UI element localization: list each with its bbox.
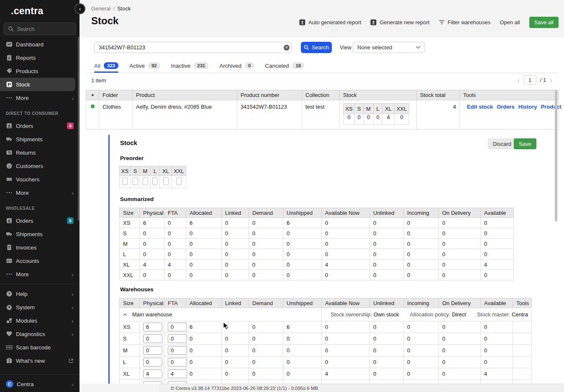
view-select[interactable]: None selected (353, 42, 425, 53)
sidebar-item-system[interactable]: System › (0, 300, 79, 314)
sidebar-item-modules[interactable]: Modules › (0, 314, 79, 327)
stock-master-value: Centra (512, 311, 528, 318)
chevron-right-icon: › (72, 318, 74, 324)
search-input[interactable] (94, 42, 292, 53)
page-title: Stock (91, 15, 118, 27)
truck-icon (6, 231, 13, 237)
status-bar: © Centra v3.38.14 77311be 2023-06-26 08:… (159, 384, 564, 392)
tab-inactive[interactable]: Inactive231 (171, 60, 209, 71)
sidebar-item-vouchers[interactable]: Vouchers (0, 173, 79, 186)
preorder-input[interactable] (176, 177, 182, 185)
org-avatar: C (6, 380, 13, 388)
preorder-input[interactable] (143, 177, 148, 185)
summarized-heading: Summarized (120, 196, 154, 202)
physical-stock-input[interactable] (143, 334, 162, 343)
physical-stock-input[interactable] (143, 346, 162, 355)
allocation-policy-value: Direct (452, 311, 466, 318)
sidebar-item-stock[interactable]: Stock (0, 78, 75, 91)
sidebar-item-diagnostics[interactable]: Diagnostics › (0, 327, 79, 341)
svg-text:?: ? (8, 292, 10, 296)
sidebar-item-products[interactable]: Products (0, 64, 79, 78)
warehouse-row-xl: XL 000040004 (120, 368, 532, 380)
tab-archived[interactable]: Archived0 (219, 60, 254, 71)
content-scrollbar[interactable] (555, 90, 557, 221)
clear-search-icon[interactable]: × (284, 45, 290, 51)
save-button[interactable]: Save (514, 138, 536, 149)
sidebar-item-whats-new[interactable]: What's new (0, 354, 79, 367)
fta-stock-input[interactable] (168, 323, 187, 331)
tab-active[interactable]: Active92 (129, 60, 160, 71)
edit-stock-link[interactable]: Edit stock (467, 104, 493, 110)
dot-icon (92, 94, 94, 96)
sidebar-item-centra-org[interactable]: C Centra › (0, 377, 79, 391)
physical-stock-input[interactable] (143, 369, 162, 378)
save-all-button[interactable]: Save all (529, 17, 559, 28)
row-status-cell (86, 100, 99, 130)
warehouses-table: SizePhysicalFTAAllocatedLinkedDemandUnsh… (119, 298, 532, 384)
sidebar-item-ws-shipments[interactable]: Shipments (0, 227, 79, 241)
sidebar-search-input[interactable] (17, 26, 63, 32)
preorder-input[interactable] (133, 177, 138, 185)
sidebar-collapse-button[interactable]: ‹ (74, 3, 85, 14)
stock-list-table: Folder Product Product number Collection… (86, 90, 559, 130)
orders-link[interactable]: Orders (497, 104, 515, 110)
search-icon (304, 45, 309, 50)
sidebar-item-returns[interactable]: Returns (0, 146, 79, 159)
physical-stock-input[interactable] (143, 358, 162, 367)
breadcrumb-general[interactable]: General (91, 5, 110, 12)
fta-stock-input[interactable] (168, 358, 187, 367)
physical-stock-input[interactable] (143, 323, 162, 331)
page-number-input[interactable]: 1 (524, 75, 536, 85)
breadcrumb-stock: Stock (117, 5, 131, 12)
filter-warehouses-button[interactable]: Filter warehouses (439, 19, 491, 25)
history-link[interactable]: History (518, 104, 537, 110)
preorder-input[interactable] (163, 177, 169, 185)
sidebar-item-more-dtc[interactable]: More › (0, 186, 79, 199)
collapse-caret-icon[interactable] (123, 313, 127, 316)
collection-cell: test test (302, 100, 340, 130)
sidebar-scrollbar[interactable] (78, 37, 79, 221)
invoice-icon (6, 244, 13, 251)
warehouses-heading: Warehouses (120, 286, 154, 293)
sidebar-item-dtc-shipments[interactable]: Shipments (0, 132, 79, 146)
tab-canceled[interactable]: Canceled18 (265, 60, 304, 71)
more-dots-icon (6, 189, 13, 196)
sidebar-item-dtc-orders[interactable]: Orders 4 (0, 119, 79, 132)
fta-stock-input[interactable] (168, 369, 187, 378)
sidebar-item-accounts[interactable]: Accounts (0, 254, 79, 267)
item-count: 1 item (91, 77, 106, 84)
fta-stock-input[interactable] (168, 334, 187, 343)
fta-stock-input[interactable] (168, 346, 187, 355)
generate-new-report-button[interactable]: Generate new report (370, 19, 429, 25)
auto-generated-report-button[interactable]: Auto generated report (299, 19, 361, 25)
open-all-button[interactable]: Open all (500, 19, 520, 25)
stock-icon (6, 81, 13, 88)
main-area: General/Stock Stock Auto generated repor… (79, 0, 564, 392)
table-row[interactable]: Clothes Aelfy, Denim dress, #2085 Blue 3… (86, 100, 559, 130)
chevron-right-icon: › (72, 381, 74, 387)
summarized-row-l: L00000000000 (120, 249, 514, 260)
search-button[interactable]: Search (301, 42, 332, 53)
sidebar-item-help[interactable]: ? Help › (0, 287, 79, 300)
sidebar-item-more-general[interactable]: More › (0, 91, 79, 104)
preorder-input[interactable] (152, 177, 158, 185)
preorder-input[interactable] (122, 177, 128, 185)
sidebar-item-invoices[interactable]: Invoices (0, 241, 79, 254)
truck-icon (6, 136, 13, 143)
tab-all[interactable]: All323 (94, 60, 118, 71)
page-prev-icon[interactable]: ‹ (518, 76, 520, 84)
select-column-header[interactable] (86, 90, 99, 100)
return-arrow-icon (6, 149, 13, 156)
summarized-row-xs: XS60600600000 (120, 218, 514, 228)
page-next-icon[interactable]: › (550, 76, 552, 84)
sidebar-search[interactable] (3, 23, 76, 35)
sidebar-item-ws-orders[interactable]: Orders 5 (0, 214, 79, 227)
sidebar-item-scan-barcode[interactable]: Scan barcode (0, 341, 79, 354)
product-link[interactable]: Product (541, 104, 561, 110)
sidebar-item-customers[interactable]: Customers (0, 159, 79, 173)
sidebar-item-more-ws[interactable]: More › (0, 267, 79, 281)
sidebar-item-dashboard[interactable]: Dashboard (0, 38, 79, 51)
sidebar-item-reports[interactable]: Reports (0, 51, 79, 64)
discard-button[interactable]: Discard (488, 138, 516, 149)
summarized-row-xxl: XXL00000000000 (120, 270, 514, 280)
